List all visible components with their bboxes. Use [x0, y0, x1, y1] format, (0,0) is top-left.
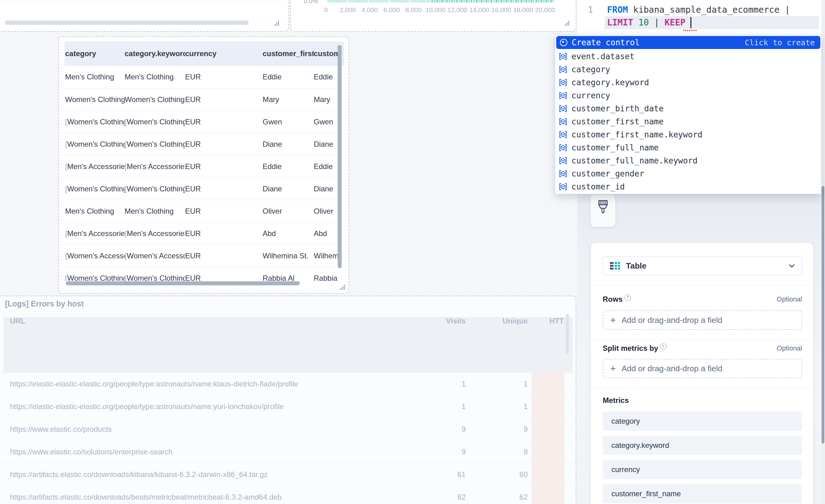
visits-cell: 61	[382, 463, 466, 486]
add-field-label: Add or drag-and-drop a field	[622, 315, 723, 325]
column-header-http[interactable]: HTTP	[549, 317, 564, 326]
suggestion-item-field[interactable]: customer_birth_date	[555, 102, 821, 115]
column-header-url[interactable]: URL	[10, 317, 25, 326]
editor-line-number: 1	[588, 4, 601, 16]
suggestion-item-field[interactable]: category.keyword	[555, 76, 821, 89]
table-cell: [Women's Clothing	[65, 118, 125, 126]
column-header[interactable]: category	[65, 49, 125, 58]
table-row[interactable]: Women's ClothingWomen's ClothingEURMaryM…	[65, 88, 344, 111]
unique-cell: 62	[469, 486, 528, 504]
metric-field-chip[interactable]: customer_first_name	[603, 484, 802, 503]
visual-options-button[interactable]	[591, 195, 615, 227]
table-cell: Mary	[262, 95, 314, 104]
table-row[interactable]: [Women's Clothing[Women's ClothingEURGwe…	[65, 111, 344, 133]
suggestion-field-name: category.keyword	[572, 78, 649, 87]
source-index: kibana_sample_data_ecommerce |	[628, 5, 790, 15]
axis-tick-label: 6,000	[383, 6, 400, 14]
table-cell: EUR	[185, 274, 262, 282]
column-header[interactable]: currency	[185, 49, 262, 58]
metric-field-chip[interactable]: category	[603, 412, 802, 431]
axis-tick-label: 4,000	[362, 6, 378, 14]
table-row[interactable]: [Men's Accessories[Men's AccessoriesEURE…	[65, 155, 344, 177]
horizontal-scrollbar[interactable]	[66, 281, 300, 285]
table-row[interactable]: Men's ClothingMen's ClothingEUREddieEddi…	[65, 66, 344, 88]
metric-field-chip[interactable]: category.keyword	[603, 436, 802, 455]
suggestion-item-field[interactable]: customer_gender	[555, 167, 821, 180]
plus-icon: +	[610, 315, 616, 325]
suggestion-item-field[interactable]: customer_id	[555, 180, 821, 193]
table-cell: [Women's Clothing	[125, 185, 185, 193]
editor-code-line[interactable]: LIMIT 10 | KEEP	[607, 16, 685, 29]
vertical-scrollbar[interactable]	[566, 314, 569, 354]
table-cell: Men's Clothing	[65, 207, 125, 216]
suggestion-hint: Click to create	[745, 38, 815, 47]
table-row[interactable]: [Women's Clothing[Women's ClothingEURDia…	[65, 133, 344, 155]
table-row[interactable]: Men's ClothingMen's ClothingEUROliverOli…	[65, 200, 344, 222]
array-bracket: [	[65, 118, 67, 126]
suggestion-field-name: customer_full_name.keyword	[572, 156, 697, 165]
table-cell: Abd	[262, 229, 314, 238]
table-row[interactable]: https://elastic-elastic-elastic.org/peop…	[0, 373, 576, 395]
suggestion-field-name: customer_full_name	[572, 143, 659, 152]
visits-cell: 1	[382, 373, 466, 395]
table-row[interactable]: https://artifacts.elastic.co/downloads/k…	[0, 463, 576, 486]
page-scrollbar-thumb[interactable]	[822, 186, 824, 443]
table-row[interactable]: [Men's Accessories[Men's AccessoriesEURA…	[65, 222, 344, 244]
editor-code-line[interactable]: FROM kibana_sample_data_ecommerce |	[607, 4, 790, 16]
table-body: Men's ClothingMen's ClothingEUREddieEddi…	[65, 66, 344, 281]
table-row[interactable]: https://elastic-elastic-elastic.org/peop…	[0, 395, 576, 418]
field-token-icon	[559, 157, 567, 165]
table-row[interactable]: https://artifacts.elastic.co/downloads/b…	[0, 486, 576, 504]
vertical-scrollbar[interactable]	[338, 45, 342, 268]
column-header[interactable]: category.keyword	[125, 49, 185, 58]
suggestion-item-field[interactable]: customer_full_name.keyword	[555, 154, 821, 167]
help-icon[interactable]: ?	[624, 294, 631, 301]
panel-esql-results-table[interactable]: categorycategory.keywordcurrencycustomer…	[58, 36, 349, 294]
table-row[interactable]: [Women's Clothing[Women's ClothingEURDia…	[65, 177, 344, 200]
rows-add-field-button[interactable]: + Add or drag-and-drop a field	[603, 310, 802, 330]
table-row[interactable]: [Women's Accessories[Women's Accessories…	[65, 244, 344, 267]
panel-resize-handle[interactable]	[274, 20, 280, 26]
horizontal-scrollbar[interactable]	[5, 20, 249, 25]
split-metrics-add-field-button[interactable]: + Add or drag-and-drop a field	[603, 359, 802, 378]
text-cursor	[690, 17, 691, 28]
rows-label: Rows	[603, 295, 622, 304]
metric-field-label: customer_first_name	[611, 489, 681, 498]
suggestion-item-field[interactable]: currency	[555, 89, 821, 102]
metric-field-chip[interactable]: currency	[603, 460, 802, 479]
chart-gridline	[0, 18, 285, 19]
table-row[interactable]: https://www.elastic.co/solutions/enterpr…	[0, 441, 576, 463]
table-header-row	[3, 317, 573, 373]
suggestion-field-list: event.dataset category category.keyword …	[555, 50, 821, 193]
suggestion-item-field[interactable]: customer_first_name	[555, 115, 821, 128]
table-cell: Eddie	[262, 73, 314, 81]
chart-type-select[interactable]: Table	[603, 257, 802, 275]
column-header[interactable]: customer_first_name	[262, 49, 314, 58]
table-cell: [Women's Clothing	[125, 140, 185, 149]
suggestion-item-field[interactable]: category	[555, 63, 821, 76]
suggestion-item-field[interactable]: event.dataset	[555, 50, 821, 63]
field-token-icon	[559, 144, 567, 152]
table-cell: Men's Clothing	[65, 73, 125, 81]
table-row[interactable]: [Women's Clothing[Women's ClothingEURRab…	[65, 267, 344, 281]
autocomplete-dropdown: Create control Click to create event.dat…	[555, 35, 822, 194]
table-row[interactable]: https://www.elastic.co/products99	[0, 418, 576, 441]
panel-resize-handle[interactable]	[340, 284, 346, 290]
keyword-from: FROM	[607, 5, 628, 15]
column-header-unique[interactable]: Unique	[469, 317, 528, 326]
field-token-icon	[559, 170, 567, 178]
suggestion-item-field[interactable]: customer_first_name.keyword	[555, 128, 821, 141]
help-icon[interactable]: ?	[660, 343, 667, 350]
suggestion-label: Create control	[572, 38, 740, 47]
field-token-icon	[559, 65, 567, 73]
panel-resize-handle[interactable]	[564, 20, 570, 26]
table-cell: [Women's Clothing	[125, 274, 185, 282]
suggestion-item-field[interactable]: customer_full_name	[555, 141, 821, 154]
column-header[interactable]: customer_first_name	[314, 49, 338, 58]
suggestion-item-create-control[interactable]: Create control Click to create	[556, 36, 820, 49]
table-cell: EUR	[185, 162, 262, 171]
unique-cell: 1	[469, 373, 528, 395]
paintbrush-icon	[597, 200, 609, 216]
column-header-visits[interactable]: Visits	[382, 317, 466, 326]
table-cell: [Women's Accessories	[125, 251, 185, 260]
